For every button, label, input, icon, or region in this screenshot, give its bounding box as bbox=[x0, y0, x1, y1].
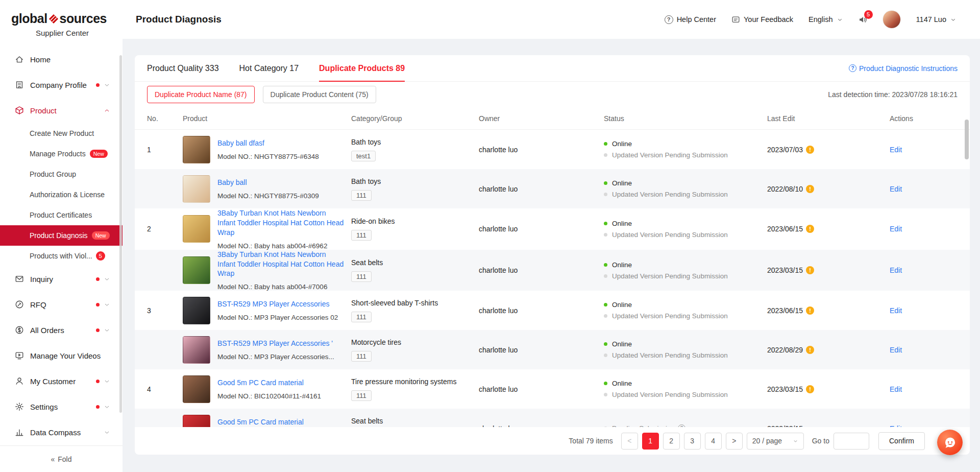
product-thumbnail[interactable] bbox=[183, 336, 210, 364]
sidebar-item-data-compass[interactable]: Data Compass bbox=[0, 419, 122, 445]
group-tag: 111 bbox=[351, 230, 372, 241]
diagnostic-instructions-link[interactable]: ? Product Diagnostic Instructions bbox=[849, 64, 958, 73]
edit-link[interactable]: Edit bbox=[890, 385, 902, 393]
warning-icon[interactable]: ! bbox=[806, 146, 814, 154]
product-name-link[interactable]: Good 5m PC Card material bbox=[217, 378, 321, 388]
goto-page-input[interactable] bbox=[834, 433, 869, 450]
sidebar-item-company-profile[interactable]: Company Profile bbox=[0, 72, 122, 98]
sidebar-subitem-product-diagnosis[interactable]: Product DiagnosisNew bbox=[0, 225, 122, 246]
edit-link[interactable]: Edit bbox=[890, 225, 902, 233]
page-button-2[interactable]: 2 bbox=[663, 433, 680, 450]
avatar[interactable] bbox=[883, 10, 901, 29]
filter-duplicate-product-name-87[interactable]: Duplicate Product Name (87) bbox=[147, 86, 255, 103]
edit-link[interactable]: Edit bbox=[890, 346, 902, 354]
edit-link[interactable]: Edit bbox=[890, 185, 902, 193]
status-dot bbox=[604, 353, 607, 357]
sidebar-item-my-customer[interactable]: My Customer bbox=[0, 368, 122, 394]
sidebar-scrollbar[interactable] bbox=[119, 55, 122, 413]
product-name-link[interactable]: 3Baby Turban Knot Hats Newborn Infant To… bbox=[217, 250, 344, 279]
product-name-link[interactable]: 3Baby Turban Knot Hats Newborn Infant To… bbox=[217, 208, 344, 238]
warning-icon[interactable]: ! bbox=[806, 225, 814, 233]
sidebar-subitem-products-with-viol[interactable]: Products with Viol...5 bbox=[0, 246, 122, 266]
tab-duplicate-products[interactable]: Duplicate Products 89 bbox=[319, 55, 405, 81]
question-icon[interactable]: ? bbox=[678, 424, 685, 427]
confirm-button[interactable]: Confirm bbox=[878, 432, 925, 450]
user-menu[interactable]: 1147 Luo bbox=[916, 15, 957, 23]
product-thumbnail[interactable] bbox=[183, 375, 210, 403]
logo-tagline: Supplier Center bbox=[11, 29, 113, 37]
column-header-last-edit: Last Edit bbox=[767, 114, 890, 123]
chat-widget-button[interactable] bbox=[937, 430, 963, 455]
product-thumbnail[interactable] bbox=[183, 215, 210, 243]
product-name-link[interactable]: Good 5m PC Card material bbox=[217, 417, 321, 427]
sidebar-item-manage-your-videos[interactable]: Manage Your Videos bbox=[0, 343, 122, 368]
sidebar-item-all-orders[interactable]: All Orders bbox=[0, 317, 122, 343]
table-row: 4Good 5m PC Card materialModel NO.: BIC1… bbox=[135, 369, 970, 409]
product-name-link[interactable]: BST-R529 MP3 Player Accessories ' bbox=[217, 339, 334, 348]
warning-icon[interactable]: ! bbox=[806, 266, 814, 274]
table-scrollbar[interactable] bbox=[965, 120, 969, 159]
sidebar-item-rfq[interactable]: RFQ bbox=[0, 292, 122, 317]
fold-button[interactable]: « Fold bbox=[0, 445, 122, 472]
filter-duplicate-product-content-75[interactable]: Duplicate Product Content (75) bbox=[263, 86, 376, 103]
sidebar-subitem-product-group[interactable]: Product Group bbox=[0, 164, 122, 184]
last-edit: 2023/03/15 bbox=[767, 424, 890, 427]
page-size-select[interactable]: 20 / page bbox=[747, 433, 804, 450]
edit-link[interactable]: Edit bbox=[890, 266, 902, 274]
product-name-link[interactable]: Baby ball bbox=[217, 178, 319, 187]
edit-link[interactable]: Edit bbox=[890, 424, 902, 427]
sidebar-item-inquiry[interactable]: Inquiry bbox=[0, 266, 122, 292]
warning-icon[interactable]: ! bbox=[806, 306, 814, 315]
prev-page-button[interactable]: < bbox=[621, 433, 638, 450]
sidebar-subitem-create-new-product[interactable]: Create New Product bbox=[0, 123, 122, 144]
status-line: Updated Version Pending Submission bbox=[604, 151, 760, 159]
announcements-button[interactable]: 5 bbox=[859, 15, 867, 24]
language-selector[interactable]: English bbox=[808, 15, 843, 23]
warning-icon[interactable]: ! bbox=[806, 385, 814, 393]
chevron-down-icon bbox=[104, 404, 110, 410]
product-model: Model NO.: NHGTY88775-#0309 bbox=[217, 192, 319, 200]
product-thumbnail[interactable] bbox=[183, 136, 210, 163]
help-icon: ? bbox=[665, 15, 673, 24]
page-button-3[interactable]: 3 bbox=[684, 433, 701, 450]
row-number: 3 bbox=[147, 306, 183, 315]
your-feedback-link[interactable]: Your Feedback bbox=[731, 15, 793, 24]
sidebar-subitem-product-certificates[interactable]: Product Certificates bbox=[0, 205, 122, 225]
status-line: Online bbox=[604, 261, 760, 269]
sidebar-item-home[interactable]: Home bbox=[0, 46, 122, 72]
brand-logo[interactable]: global sources Supplier Center bbox=[0, 0, 122, 42]
edit-link[interactable]: Edit bbox=[890, 146, 902, 154]
product-name-link[interactable]: BST-R529 MP3 Player Accessories bbox=[217, 299, 338, 309]
help-center-link[interactable]: ? Help Center bbox=[665, 15, 716, 24]
notification-badge: 5 bbox=[864, 10, 873, 19]
status-cell: OnlineUpdated Version Pending Submission bbox=[604, 380, 767, 398]
edit-link[interactable]: Edit bbox=[890, 306, 902, 315]
sidebar-subitem-manage-products[interactable]: Manage ProductsNew bbox=[0, 144, 122, 164]
sidebar-item-settings[interactable]: Settings bbox=[0, 394, 122, 419]
status-line: Updated Version Pending Submission bbox=[604, 272, 760, 280]
owner: charlotte luo bbox=[479, 424, 604, 427]
next-page-button[interactable]: > bbox=[726, 433, 743, 450]
product-thumbnail[interactable] bbox=[183, 297, 210, 324]
product-thumbnail[interactable] bbox=[183, 175, 210, 203]
group-tag: test1 bbox=[351, 151, 376, 161]
product-model: Model NO.: MP3 Player Accessories... bbox=[217, 353, 334, 361]
product-thumbnail[interactable] bbox=[183, 415, 210, 427]
page-button-1[interactable]: 1 bbox=[642, 433, 659, 450]
product-name-link[interactable]: Baby ball dfasf bbox=[217, 138, 319, 148]
sidebar-subitem-authorization-license[interactable]: Authorization & License bbox=[0, 184, 122, 205]
page-button-4[interactable]: 4 bbox=[705, 433, 722, 450]
logo-mark-icon bbox=[48, 13, 59, 25]
product-model: Model NO.: BIC102040#11-#4161 bbox=[217, 392, 321, 400]
status-line: Online bbox=[604, 380, 760, 387]
warning-icon[interactable]: ! bbox=[806, 185, 814, 193]
tab-product-quality[interactable]: Product Quality 333 bbox=[147, 55, 219, 81]
product-thumbnail[interactable] bbox=[183, 256, 210, 284]
chevron-down-icon bbox=[837, 16, 843, 23]
tab-hot-category[interactable]: Hot Category 17 bbox=[239, 55, 299, 81]
unread-dot bbox=[96, 303, 100, 306]
status-line: Updated Version Pending Submission bbox=[604, 191, 760, 198]
status-dot bbox=[604, 193, 607, 196]
warning-icon[interactable]: ! bbox=[806, 346, 814, 354]
sidebar-item-product[interactable]: Product bbox=[0, 98, 122, 123]
